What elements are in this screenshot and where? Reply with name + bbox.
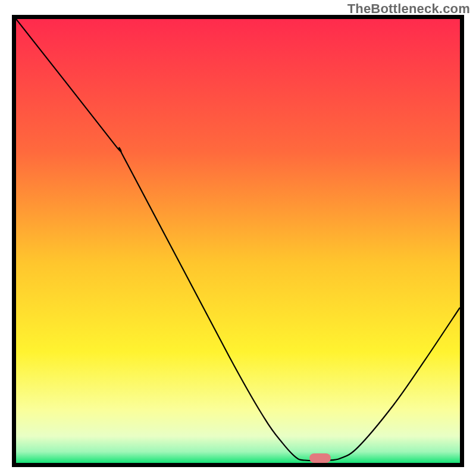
optimal-point-marker <box>309 453 331 463</box>
chart-svg <box>16 19 460 463</box>
chart-background <box>16 19 460 463</box>
chart-frame <box>12 15 464 467</box>
